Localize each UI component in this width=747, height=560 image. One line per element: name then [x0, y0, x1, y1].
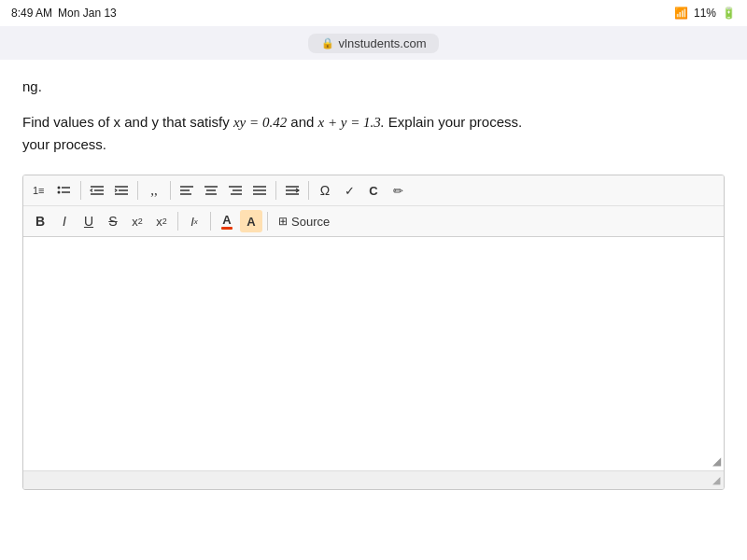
rtl-button[interactable]	[281, 179, 303, 202]
indent-button[interactable]	[110, 179, 133, 202]
address-bar: 🔒 vlnstudents.com	[0, 26, 747, 60]
separator-3	[170, 181, 171, 200]
status-right: 📶 11% 🔋	[674, 7, 736, 20]
clear-formatting-button[interactable]: Ix	[183, 210, 205, 232]
svg-point-3	[58, 191, 61, 194]
source-button[interactable]: ⊞ Source	[273, 210, 335, 232]
equation-1: xy = 0.42	[233, 115, 287, 130]
battery-icon: 🔋	[722, 7, 736, 20]
editor-content-area[interactable]: ◢	[23, 237, 724, 470]
time-display: 8:49 AM	[11, 7, 52, 20]
source-icon: ⊞	[278, 215, 288, 228]
unordered-list-button[interactable]	[53, 179, 76, 202]
svg-point-1	[58, 187, 61, 189]
resize-corner-icon[interactable]: ◢	[712, 474, 720, 486]
lock-icon: 🔒	[321, 37, 334, 49]
bold-button[interactable]: B	[29, 210, 51, 232]
explain-text: Explain your process.	[388, 114, 522, 130]
blockquote-button[interactable]: ,,	[143, 179, 165, 202]
toolbar-row-1: 1≡	[23, 175, 724, 205]
battery-display: 11%	[694, 7, 716, 20]
editor-bottom-bar: ◢	[23, 470, 724, 489]
separator-4	[275, 181, 276, 200]
italic-button[interactable]: I	[53, 210, 76, 232]
resize-handle[interactable]: ◢	[708, 455, 721, 468]
align-right-button[interactable]	[224, 179, 247, 202]
align-center-button[interactable]	[200, 179, 222, 202]
page-fragment: ng.	[22, 78, 725, 94]
underline-button[interactable]: U	[78, 210, 100, 232]
separator-2	[137, 181, 138, 200]
separator-8	[267, 212, 268, 231]
url-text: vlnstudents.com	[339, 36, 427, 50]
source-label: Source	[291, 215, 330, 229]
page-content: ng. Find values of x and y that satisfy …	[0, 60, 747, 560]
and-text: and	[290, 114, 317, 130]
superscript-button[interactable]: x2	[150, 210, 173, 232]
wifi-icon: 📶	[674, 7, 688, 20]
omega-button[interactable]: Ω	[314, 179, 336, 202]
your-process: your process.	[22, 136, 106, 152]
svg-text:1≡: 1≡	[33, 185, 45, 196]
c-button[interactable]: C	[362, 179, 385, 202]
subscript-button[interactable]: x2	[126, 210, 148, 232]
question-text: Find values of x and y that satisfy xy =…	[22, 111, 725, 156]
bg-color-button[interactable]: A	[240, 210, 262, 232]
rich-text-editor: 1≡	[22, 175, 725, 490]
editor-toolbar: 1≡	[23, 175, 724, 237]
ordered-list-button[interactable]: 1≡	[29, 179, 51, 202]
strikethrough-button[interactable]: S	[102, 210, 124, 232]
check-button[interactable]: ✓	[338, 179, 360, 202]
question-prefix: Find values of x and y that satisfy	[22, 114, 233, 130]
outdent-button[interactable]	[86, 179, 108, 202]
align-left-button[interactable]	[176, 179, 198, 202]
url-pill[interactable]: 🔒 vlnstudents.com	[308, 34, 440, 53]
status-left: 8:49 AM Mon Jan 13	[11, 7, 117, 20]
equation-2: x + y = 1.3.	[318, 115, 385, 130]
date-display: Mon Jan 13	[58, 7, 117, 20]
status-bar: 8:49 AM Mon Jan 13 📶 11% 🔋	[0, 0, 747, 26]
font-color-button[interactable]: A	[216, 210, 238, 232]
separator-7	[210, 212, 211, 231]
pencil-button[interactable]: ✏	[387, 179, 409, 202]
justify-button[interactable]	[248, 179, 271, 202]
separator-5	[308, 181, 309, 200]
separator-1	[80, 181, 81, 200]
separator-6	[177, 212, 178, 231]
toolbar-row-2: B I U S x2 x2 Ix A A ⊞ Source	[23, 205, 724, 236]
